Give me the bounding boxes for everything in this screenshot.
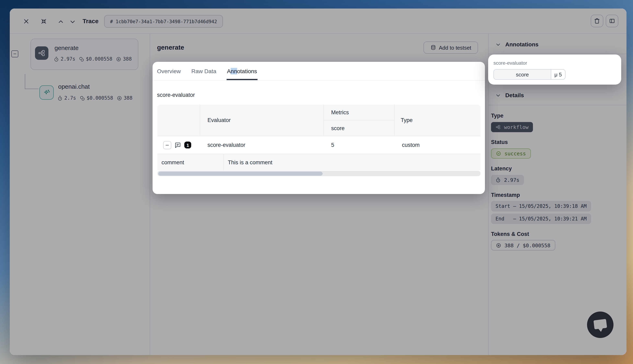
header-cell-actions bbox=[158, 104, 200, 136]
header-cell-metrics: Metrics score bbox=[324, 104, 394, 136]
table-header: Evaluator Metrics score Type bbox=[158, 104, 480, 136]
comment-count-badge: 1 bbox=[184, 142, 191, 148]
tab-annotations[interactable]: Annotations bbox=[227, 62, 257, 80]
row-actions-cell: 1 bbox=[158, 136, 200, 154]
comment-label-cell: comment bbox=[158, 154, 224, 170]
tab-overview[interactable]: Overview bbox=[157, 62, 181, 80]
score-metric-control[interactable]: score μ 5 bbox=[494, 69, 566, 80]
score-metric-name[interactable]: score bbox=[494, 70, 551, 79]
metric-name-header: score bbox=[324, 120, 394, 136]
tab-raw-data[interactable]: Raw Data bbox=[192, 62, 216, 80]
annotations-tab-panel: Overview Raw Data Annotations score-eval… bbox=[152, 62, 485, 194]
annotation-score-card: score-evaluator score μ 5 bbox=[488, 54, 621, 84]
header-cell-type: Type bbox=[394, 104, 480, 136]
comment-value-cell: This is a comment bbox=[224, 154, 480, 170]
metrics-header: Metrics bbox=[324, 104, 394, 120]
score-cell: 5 bbox=[324, 136, 394, 154]
comment-row: comment This is a comment bbox=[158, 154, 480, 170]
comment-icon[interactable] bbox=[174, 142, 181, 148]
horizontal-scrollbar[interactable] bbox=[158, 171, 480, 176]
header-cell-evaluator: Evaluator bbox=[200, 104, 324, 136]
type-cell: custom bbox=[394, 136, 480, 154]
evaluator-cell: score-evaluator bbox=[200, 136, 324, 154]
annotation-evaluator-label: score-evaluator bbox=[494, 60, 527, 66]
tab-bar: Overview Raw Data Annotations bbox=[152, 62, 485, 80]
desktop: Trace # 1cbb70e7-34a1-7bb7-3498-771b7d46… bbox=[0, 0, 633, 364]
annotations-table: Evaluator Metrics score Type bbox=[158, 104, 480, 170]
text-selection: nn bbox=[231, 68, 237, 74]
collapse-row-button[interactable] bbox=[163, 141, 171, 149]
table-row[interactable]: 1 score-evaluator 5 custom bbox=[158, 136, 480, 154]
scrollbar-thumb[interactable] bbox=[158, 172, 322, 176]
score-mean-value: μ 5 bbox=[551, 70, 565, 79]
evaluator-section-title: score-evaluator bbox=[157, 92, 195, 98]
